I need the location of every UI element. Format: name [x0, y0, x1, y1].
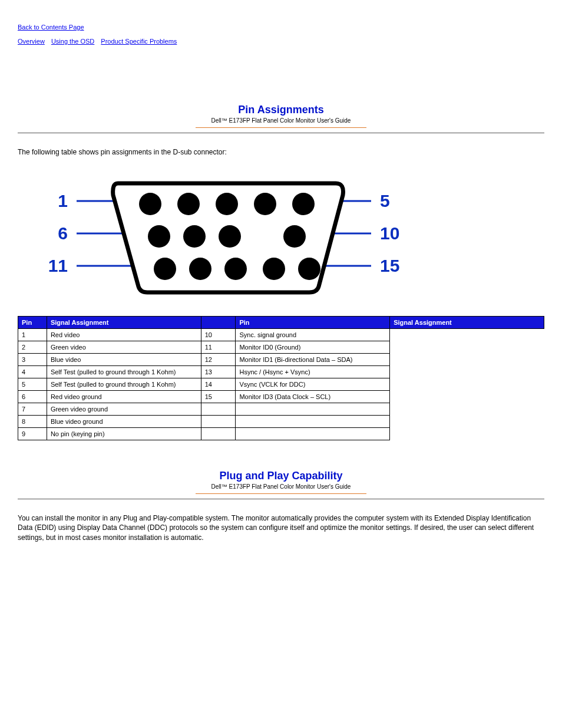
section2-body: You can install the monitor in any Plug …: [18, 513, 544, 542]
pin-cell: 11: [201, 341, 236, 354]
pin-cell: 15: [201, 391, 236, 403]
orange-rule-2: [196, 493, 366, 494]
pin-cell: [201, 428, 236, 440]
pin-cell: [201, 416, 236, 428]
signal-cell: Self Test (pulled to ground through 1 Ko…: [47, 378, 201, 391]
pin-cell: 3: [18, 354, 47, 366]
signal-cell: Self Test (pulled to ground through 1 Ko…: [47, 366, 201, 378]
nav-osd[interactable]: Using the OSD: [51, 38, 94, 45]
signal-cell: No pin (keying pin): [47, 428, 201, 440]
full-rule-2: [18, 499, 544, 499]
signal-cell: Red video ground: [47, 391, 201, 403]
th-pin-right: Pin: [236, 317, 390, 329]
section1-title: Pin Assignments: [18, 104, 544, 116]
signal-cell: [236, 416, 390, 428]
pin-cell: 1: [18, 329, 47, 341]
table-row: 4Self Test (pulled to ground through 1 K…: [18, 366, 544, 378]
section2-heading: Plug and Play Capability Dell™ E173FP Fl…: [18, 470, 544, 494]
dsub-connector-svg: 1 6 11 5 10 15: [41, 169, 418, 298]
svg-text:10: 10: [380, 223, 399, 243]
table-row: 5Self Test (pulled to ground through 1 K…: [18, 378, 544, 391]
svg-point-17: [224, 258, 247, 280]
signal-cell: Hsync / (Hsync + Vsync): [236, 366, 390, 378]
pin-cell: 5: [18, 378, 47, 391]
signal-cell: [236, 403, 390, 416]
svg-point-15: [154, 258, 176, 280]
svg-point-14: [283, 225, 306, 248]
signal-cell: Green video: [47, 341, 201, 354]
th-pin-left: Pin: [18, 317, 47, 329]
svg-text:11: 11: [48, 256, 68, 275]
table-spacer: [201, 317, 236, 329]
pin-cell: 14: [201, 378, 236, 391]
dsub-connector-diagram: 1 6 11 5 10 15: [41, 169, 544, 298]
svg-point-9: [254, 193, 276, 215]
th-sig-left: Signal Assignment: [47, 317, 201, 329]
svg-point-16: [189, 258, 211, 280]
back-link[interactable]: Back to Contents Page: [18, 24, 84, 31]
section1-body: The following table shows pin assignment…: [18, 147, 544, 157]
table-row: 1Red video10Sync. signal ground: [18, 329, 544, 341]
table-row: 9No pin (keying pin): [18, 428, 544, 440]
svg-text:5: 5: [380, 191, 390, 210]
pin-cell: 10: [201, 329, 236, 341]
section1-heading: Pin Assignments Dell™ E173FP Flat Panel …: [18, 104, 544, 128]
signal-cell: Green video ground: [47, 403, 201, 416]
pin-cell: 7: [18, 403, 47, 416]
nav-problems[interactable]: Product Specific Problems: [101, 38, 177, 45]
signal-cell: Vsync (VCLK for DDC): [236, 378, 390, 391]
orange-rule-1: [196, 127, 366, 128]
svg-text:1: 1: [58, 191, 68, 210]
nav-overview[interactable]: Overview: [18, 38, 45, 45]
table-row: 6Red video ground15Monitor ID3 (Data Clo…: [18, 391, 544, 403]
section2-title: Plug and Play Capability: [18, 470, 544, 482]
th-sig-right: Signal Assignment: [390, 317, 544, 329]
pin-cell: 13: [201, 366, 236, 378]
signal-cell: Blue video: [47, 354, 201, 366]
table-row: 7Green video ground: [18, 403, 544, 416]
svg-point-18: [263, 258, 285, 280]
svg-point-8: [216, 193, 238, 215]
pin-cell: 8: [18, 416, 47, 428]
signal-cell: Sync. signal ground: [236, 329, 390, 341]
svg-point-10: [292, 193, 315, 215]
table-row: 3Blue video12Monitor ID1 (Bi-directional…: [18, 354, 544, 366]
svg-point-19: [298, 258, 320, 280]
pin-cell: 4: [18, 366, 47, 378]
signal-cell: Monitor ID3 (Data Clock – SCL): [236, 391, 390, 403]
signal-cell: [236, 428, 390, 440]
section1-subtitle: Dell™ E173FP Flat Panel Color Monitor Us…: [18, 117, 544, 124]
signal-cell: Red video: [47, 329, 201, 341]
full-rule-1: [18, 133, 544, 133]
section2-subtitle: Dell™ E173FP Flat Panel Color Monitor Us…: [18, 483, 544, 490]
svg-point-6: [139, 193, 161, 215]
svg-text:15: 15: [380, 256, 399, 275]
pin-cell: 12: [201, 354, 236, 366]
pin-cell: [201, 403, 236, 416]
svg-text:6: 6: [58, 223, 68, 243]
pin-cell: 2: [18, 341, 47, 354]
svg-point-11: [148, 225, 170, 248]
table-row: 2Green video11Monitor ID0 (Ground): [18, 341, 544, 354]
svg-point-12: [183, 225, 206, 248]
pin-cell: 6: [18, 391, 47, 403]
table-row: 8Blue video ground: [18, 416, 544, 428]
pin-cell: 9: [18, 428, 47, 440]
svg-point-7: [177, 193, 200, 215]
svg-point-13: [219, 225, 241, 248]
pin-assignment-table: Pin Signal Assignment Pin Signal Assignm…: [18, 316, 544, 440]
signal-cell: Blue video ground: [47, 416, 201, 428]
top-nav: Back to Contents Page Overview Using the…: [18, 24, 544, 45]
signal-cell: Monitor ID1 (Bi-directional Data – SDA): [236, 354, 390, 366]
signal-cell: Monitor ID0 (Ground): [236, 341, 390, 354]
